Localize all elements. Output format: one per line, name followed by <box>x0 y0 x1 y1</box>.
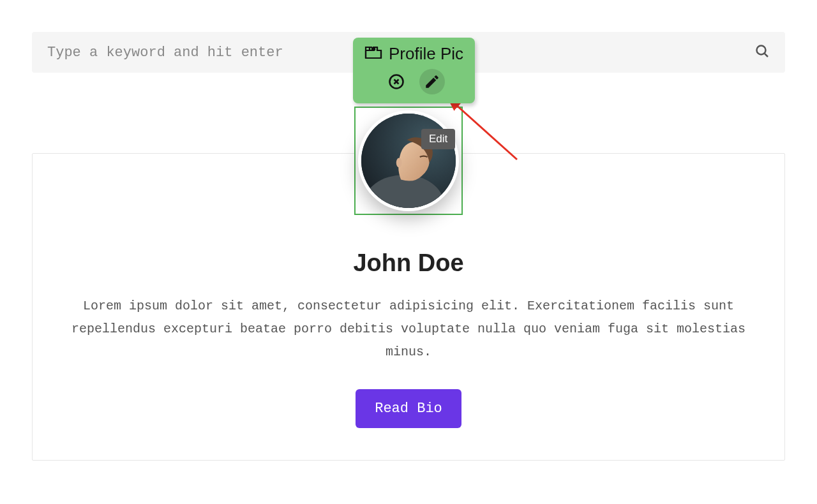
svg-point-0 <box>757 45 766 54</box>
avatar-selection-box[interactable] <box>354 107 463 215</box>
search-icon[interactable] <box>754 43 770 62</box>
edit-tooltip: Edit <box>421 129 455 149</box>
profile-name: John Doe <box>52 249 765 277</box>
svg-line-1 <box>765 53 768 56</box>
profile-description: Lorem ipsum dolor sit amet, consectetur … <box>52 295 765 364</box>
badge-title: Profile Pic <box>389 44 463 64</box>
edit-button[interactable] <box>419 69 445 94</box>
close-button[interactable] <box>384 69 409 94</box>
module-icon <box>364 45 382 63</box>
profile-card: John Doe Lorem ipsum dolor sit amet, con… <box>32 153 785 461</box>
avatar-ring <box>358 110 459 211</box>
svg-point-8 <box>396 158 402 168</box>
avatar <box>361 114 456 208</box>
svg-line-5 <box>455 104 517 159</box>
read-bio-button[interactable]: Read Bio <box>356 389 461 428</box>
profile-pic-badge: Profile Pic <box>353 38 475 103</box>
